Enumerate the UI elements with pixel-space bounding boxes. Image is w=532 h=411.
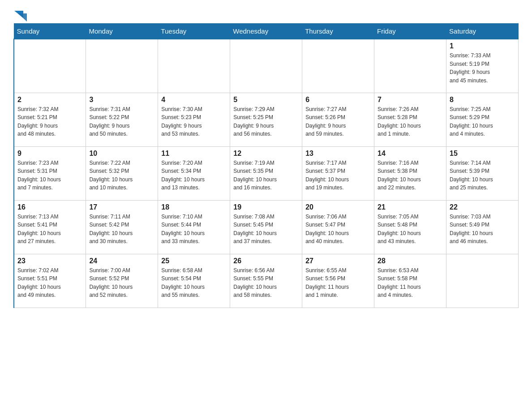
day-number: 17: [89, 203, 154, 211]
calendar-cell: 23Sunrise: 7:02 AM Sunset: 5:51 PM Dayli…: [14, 254, 86, 308]
day-info: Sunrise: 7:08 AM Sunset: 5:45 PM Dayligh…: [233, 213, 299, 246]
calendar-cell: [230, 39, 302, 93]
day-info: Sunrise: 7:16 AM Sunset: 5:38 PM Dayligh…: [378, 159, 443, 192]
calendar-cell: 14Sunrise: 7:16 AM Sunset: 5:38 PM Dayli…: [374, 146, 446, 200]
logo-triangle-icon: [14, 9, 27, 21]
day-number: 5: [233, 96, 299, 104]
calendar-cell: 22Sunrise: 7:03 AM Sunset: 5:49 PM Dayli…: [446, 200, 519, 254]
calendar-cell: 16Sunrise: 7:13 AM Sunset: 5:41 PM Dayli…: [14, 200, 86, 254]
day-info: Sunrise: 7:25 AM Sunset: 5:29 PM Dayligh…: [450, 105, 515, 138]
calendar-row: 2Sunrise: 7:32 AM Sunset: 5:21 PM Daylig…: [14, 93, 519, 146]
day-info: Sunrise: 7:22 AM Sunset: 5:32 PM Dayligh…: [89, 159, 154, 192]
day-number: 22: [450, 203, 515, 211]
day-info: Sunrise: 7:00 AM Sunset: 5:52 PM Dayligh…: [89, 266, 154, 300]
calendar-cell: 11Sunrise: 7:20 AM Sunset: 5:34 PM Dayli…: [158, 146, 230, 200]
calendar-cell: 17Sunrise: 7:11 AM Sunset: 5:42 PM Dayli…: [86, 200, 158, 254]
calendar-row: 1Sunrise: 7:33 AM Sunset: 5:19 PM Daylig…: [14, 39, 519, 93]
calendar-cell: 8Sunrise: 7:25 AM Sunset: 5:29 PM Daylig…: [446, 93, 519, 146]
day-info: Sunrise: 7:20 AM Sunset: 5:34 PM Dayligh…: [161, 159, 227, 192]
calendar-cell: [86, 39, 158, 93]
calendar-cell: [374, 39, 446, 93]
calendar-cell: 20Sunrise: 7:06 AM Sunset: 5:47 PM Dayli…: [302, 200, 374, 254]
day-info: Sunrise: 7:17 AM Sunset: 5:37 PM Dayligh…: [305, 159, 371, 192]
calendar-cell: 7Sunrise: 7:26 AM Sunset: 5:28 PM Daylig…: [374, 93, 446, 146]
day-number: 19: [233, 203, 299, 211]
day-info: Sunrise: 7:26 AM Sunset: 5:28 PM Dayligh…: [378, 105, 443, 138]
calendar-cell: 3Sunrise: 7:31 AM Sunset: 5:22 PM Daylig…: [86, 93, 158, 146]
calendar-row: 16Sunrise: 7:13 AM Sunset: 5:41 PM Dayli…: [14, 200, 519, 254]
day-info: Sunrise: 7:05 AM Sunset: 5:48 PM Dayligh…: [378, 213, 443, 246]
day-number: 20: [305, 203, 371, 211]
header-monday: Monday: [86, 24, 158, 39]
day-number: 23: [17, 257, 82, 265]
calendar-cell: 21Sunrise: 7:05 AM Sunset: 5:48 PM Dayli…: [374, 200, 446, 254]
calendar-cell: 12Sunrise: 7:19 AM Sunset: 5:35 PM Dayli…: [230, 146, 302, 200]
day-info: Sunrise: 7:19 AM Sunset: 5:35 PM Dayligh…: [233, 159, 299, 192]
day-number: 27: [305, 257, 371, 265]
day-number: 18: [161, 203, 227, 211]
day-number: 26: [233, 257, 299, 265]
calendar-cell: 26Sunrise: 6:56 AM Sunset: 5:55 PM Dayli…: [230, 254, 302, 308]
day-info: Sunrise: 7:10 AM Sunset: 5:44 PM Dayligh…: [161, 213, 227, 246]
calendar-cell: 9Sunrise: 7:23 AM Sunset: 5:31 PM Daylig…: [14, 146, 86, 200]
calendar-cell: 1Sunrise: 7:33 AM Sunset: 5:19 PM Daylig…: [446, 39, 519, 93]
day-info: Sunrise: 7:23 AM Sunset: 5:31 PM Dayligh…: [17, 159, 82, 192]
day-info: Sunrise: 7:30 AM Sunset: 5:23 PM Dayligh…: [161, 105, 227, 138]
calendar-table: SundayMondayTuesdayWednesdayThursdayFrid…: [13, 23, 519, 308]
header-thursday: Thursday: [302, 24, 374, 39]
day-info: Sunrise: 6:56 AM Sunset: 5:55 PM Dayligh…: [233, 266, 299, 300]
calendar-row: 23Sunrise: 7:02 AM Sunset: 5:51 PM Dayli…: [14, 254, 519, 308]
day-number: 6: [305, 96, 371, 104]
calendar-cell: 27Sunrise: 6:55 AM Sunset: 5:56 PM Dayli…: [302, 254, 374, 308]
day-info: Sunrise: 7:33 AM Sunset: 5:19 PM Dayligh…: [450, 51, 515, 85]
calendar-cell: [446, 254, 519, 308]
day-number: 2: [17, 96, 82, 104]
weekday-header-row: SundayMondayTuesdayWednesdayThursdayFrid…: [14, 24, 519, 39]
calendar-cell: 13Sunrise: 7:17 AM Sunset: 5:37 PM Dayli…: [302, 146, 374, 200]
header-saturday: Saturday: [446, 24, 519, 39]
day-info: Sunrise: 7:31 AM Sunset: 5:22 PM Dayligh…: [89, 105, 154, 138]
calendar-cell: 18Sunrise: 7:10 AM Sunset: 5:44 PM Dayli…: [158, 200, 230, 254]
day-number: 10: [89, 150, 154, 158]
day-number: 7: [378, 96, 443, 104]
day-number: 13: [305, 150, 371, 158]
day-info: Sunrise: 7:29 AM Sunset: 5:25 PM Dayligh…: [233, 105, 299, 138]
logo: [13, 9, 27, 19]
day-info: Sunrise: 7:02 AM Sunset: 5:51 PM Dayligh…: [17, 266, 82, 300]
day-number: 21: [378, 203, 443, 211]
day-info: Sunrise: 7:14 AM Sunset: 5:39 PM Dayligh…: [450, 159, 515, 192]
day-number: 1: [450, 42, 515, 50]
day-info: Sunrise: 7:03 AM Sunset: 5:49 PM Dayligh…: [450, 213, 515, 246]
day-number: 11: [161, 150, 227, 158]
day-number: 8: [450, 96, 515, 104]
day-info: Sunrise: 7:06 AM Sunset: 5:47 PM Dayligh…: [305, 213, 371, 246]
day-info: Sunrise: 6:58 AM Sunset: 5:54 PM Dayligh…: [161, 266, 227, 300]
calendar-cell: [302, 39, 374, 93]
header-sunday: Sunday: [14, 24, 86, 39]
calendar-cell: 2Sunrise: 7:32 AM Sunset: 5:21 PM Daylig…: [14, 93, 86, 146]
day-info: Sunrise: 7:32 AM Sunset: 5:21 PM Dayligh…: [17, 105, 82, 138]
svg-marker-1: [18, 13, 27, 21]
day-number: 3: [89, 96, 154, 104]
header-tuesday: Tuesday: [158, 24, 230, 39]
day-info: Sunrise: 7:27 AM Sunset: 5:26 PM Dayligh…: [305, 105, 371, 138]
day-number: 28: [378, 257, 443, 265]
day-number: 14: [378, 150, 443, 158]
page-header: [13, 9, 519, 19]
day-info: Sunrise: 6:55 AM Sunset: 5:56 PM Dayligh…: [305, 266, 371, 300]
calendar-row: 9Sunrise: 7:23 AM Sunset: 5:31 PM Daylig…: [14, 146, 519, 200]
day-info: Sunrise: 7:13 AM Sunset: 5:41 PM Dayligh…: [17, 213, 82, 246]
calendar-cell: 25Sunrise: 6:58 AM Sunset: 5:54 PM Dayli…: [158, 254, 230, 308]
calendar-cell: 19Sunrise: 7:08 AM Sunset: 5:45 PM Dayli…: [230, 200, 302, 254]
day-number: 12: [233, 150, 299, 158]
day-number: 24: [89, 257, 154, 265]
header-wednesday: Wednesday: [230, 24, 302, 39]
day-number: 15: [450, 150, 515, 158]
day-number: 9: [17, 150, 82, 158]
day-info: Sunrise: 7:11 AM Sunset: 5:42 PM Dayligh…: [89, 213, 154, 246]
calendar-cell: 24Sunrise: 7:00 AM Sunset: 5:52 PM Dayli…: [86, 254, 158, 308]
calendar-cell: 28Sunrise: 6:53 AM Sunset: 5:58 PM Dayli…: [374, 254, 446, 308]
day-number: 16: [17, 203, 82, 211]
calendar-cell: 6Sunrise: 7:27 AM Sunset: 5:26 PM Daylig…: [302, 93, 374, 146]
header-friday: Friday: [374, 24, 446, 39]
